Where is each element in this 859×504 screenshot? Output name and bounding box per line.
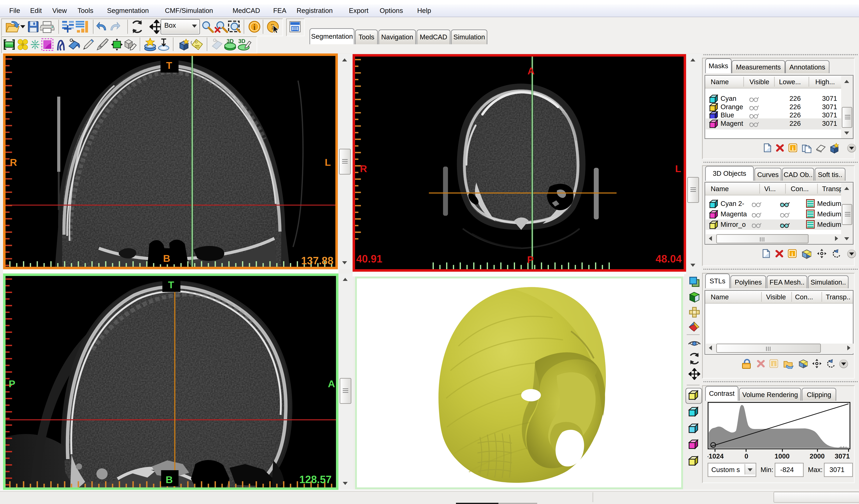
svg-text:3D: 3D — [238, 38, 245, 44]
svg-text:3D: 3D — [227, 38, 234, 44]
svg-text:P: P — [9, 378, 15, 389]
svg-text:0: 0 — [744, 452, 748, 460]
svg-text:A: A — [528, 66, 535, 76]
svg-text:137.88: 137.88 — [301, 255, 333, 267]
svg-text:B: B — [166, 474, 173, 485]
svg-text:40.91: 40.91 — [356, 253, 382, 265]
svg-text:3071: 3071 — [835, 452, 850, 460]
svg-text:1000: 1000 — [774, 452, 789, 460]
svg-text:R: R — [360, 163, 367, 174]
svg-text:i: i — [253, 23, 256, 32]
svg-text:P: P — [527, 254, 534, 265]
svg-text:B: B — [163, 253, 170, 264]
svg-text:A: A — [328, 378, 335, 389]
svg-text:R: R — [10, 157, 17, 168]
svg-text:L: L — [675, 163, 681, 174]
svg-text:128.57: 128.57 — [299, 474, 332, 485]
svg-text:48.04: 48.04 — [655, 253, 682, 265]
svg-text:2000: 2000 — [810, 452, 825, 460]
svg-text:-1024: -1024 — [708, 452, 724, 460]
svg-text:L: L — [325, 157, 331, 168]
svg-text:T: T — [168, 279, 174, 290]
svg-text:T: T — [166, 60, 172, 71]
